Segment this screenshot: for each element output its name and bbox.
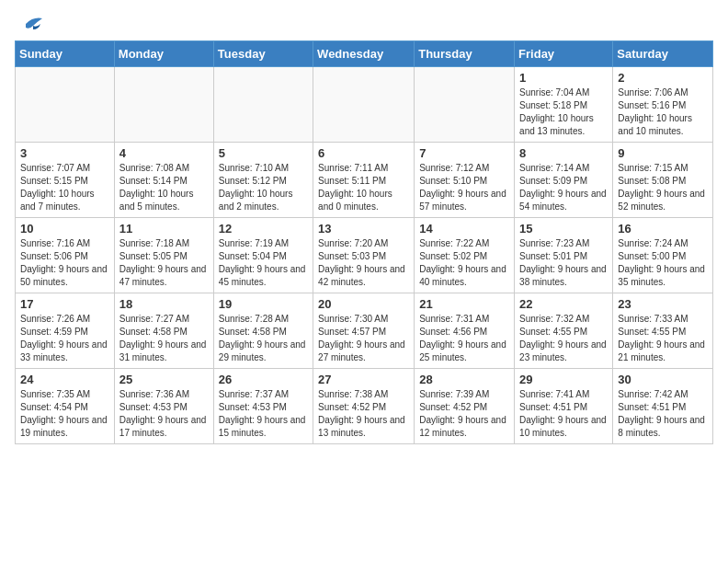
calendar-cell: 7Sunrise: 7:12 AM Sunset: 5:10 PM Daylig… xyxy=(415,143,515,218)
day-info: Sunrise: 7:28 AM Sunset: 4:58 PM Dayligh… xyxy=(219,313,308,364)
day-number: 16 xyxy=(618,222,708,236)
calendar-cell xyxy=(16,67,115,143)
day-number: 12 xyxy=(219,222,308,236)
calendar-cell: 11Sunrise: 7:18 AM Sunset: 5:05 PM Dayli… xyxy=(114,218,213,293)
day-info: Sunrise: 7:33 AM Sunset: 4:55 PM Dayligh… xyxy=(618,313,708,364)
day-info: Sunrise: 7:32 AM Sunset: 4:55 PM Dayligh… xyxy=(519,313,608,364)
calendar-cell: 16Sunrise: 7:24 AM Sunset: 5:00 PM Dayli… xyxy=(613,218,713,293)
calendar-cell: 20Sunrise: 7:30 AM Sunset: 4:57 PM Dayli… xyxy=(313,293,415,369)
day-number: 23 xyxy=(618,297,708,311)
calendar-cell: 23Sunrise: 7:33 AM Sunset: 4:55 PM Dayli… xyxy=(613,293,713,369)
calendar-cell: 1Sunrise: 7:04 AM Sunset: 5:18 PM Daylig… xyxy=(515,67,613,143)
calendar: SundayMondayTuesdayWednesdayThursdayFrid… xyxy=(15,40,713,444)
calendar-cell: 30Sunrise: 7:42 AM Sunset: 4:51 PM Dayli… xyxy=(613,369,713,444)
day-info: Sunrise: 7:18 AM Sunset: 5:05 PM Dayligh… xyxy=(119,237,209,289)
calendar-cell: 3Sunrise: 7:07 AM Sunset: 5:15 PM Daylig… xyxy=(16,143,115,218)
day-info: Sunrise: 7:31 AM Sunset: 4:56 PM Dayligh… xyxy=(419,313,509,364)
calendar-cell: 8Sunrise: 7:14 AM Sunset: 5:09 PM Daylig… xyxy=(515,143,613,218)
day-number: 19 xyxy=(219,297,308,311)
calendar-cell: 26Sunrise: 7:37 AM Sunset: 4:53 PM Dayli… xyxy=(213,369,313,444)
day-number: 4 xyxy=(119,146,209,160)
calendar-cell: 18Sunrise: 7:27 AM Sunset: 4:58 PM Dayli… xyxy=(114,293,213,369)
day-number: 25 xyxy=(119,373,209,386)
day-number: 21 xyxy=(419,297,509,311)
calendar-cell: 29Sunrise: 7:41 AM Sunset: 4:51 PM Dayli… xyxy=(515,369,613,444)
calendar-cell: 9Sunrise: 7:15 AM Sunset: 5:08 PM Daylig… xyxy=(613,143,713,218)
header xyxy=(15,15,713,33)
week-row-2: 3Sunrise: 7:07 AM Sunset: 5:15 PM Daylig… xyxy=(16,143,713,218)
day-info: Sunrise: 7:22 AM Sunset: 5:02 PM Dayligh… xyxy=(419,237,509,289)
week-row-5: 24Sunrise: 7:35 AM Sunset: 4:54 PM Dayli… xyxy=(16,369,713,444)
day-info: Sunrise: 7:35 AM Sunset: 4:54 PM Dayligh… xyxy=(20,388,109,440)
day-info: Sunrise: 7:24 AM Sunset: 5:00 PM Dayligh… xyxy=(618,237,708,289)
week-row-3: 10Sunrise: 7:16 AM Sunset: 5:06 PM Dayli… xyxy=(16,218,713,293)
calendar-cell: 10Sunrise: 7:16 AM Sunset: 5:06 PM Dayli… xyxy=(16,218,115,293)
weekday-saturday: Saturday xyxy=(613,41,713,67)
day-info: Sunrise: 7:15 AM Sunset: 5:08 PM Dayligh… xyxy=(618,162,708,213)
calendar-cell: 4Sunrise: 7:08 AM Sunset: 5:14 PM Daylig… xyxy=(114,143,213,218)
day-number: 11 xyxy=(119,222,209,236)
calendar-cell: 14Sunrise: 7:22 AM Sunset: 5:02 PM Dayli… xyxy=(415,218,515,293)
calendar-cell xyxy=(415,67,515,143)
day-number: 9 xyxy=(618,146,708,160)
day-number: 5 xyxy=(219,146,308,160)
day-number: 13 xyxy=(318,222,409,236)
calendar-cell: 28Sunrise: 7:39 AM Sunset: 4:52 PM Dayli… xyxy=(415,369,515,444)
calendar-cell: 15Sunrise: 7:23 AM Sunset: 5:01 PM Dayli… xyxy=(515,218,613,293)
calendar-cell: 13Sunrise: 7:20 AM Sunset: 5:03 PM Dayli… xyxy=(313,218,415,293)
day-info: Sunrise: 7:07 AM Sunset: 5:15 PM Dayligh… xyxy=(20,162,109,213)
day-info: Sunrise: 7:42 AM Sunset: 4:51 PM Dayligh… xyxy=(618,388,708,440)
day-number: 28 xyxy=(419,373,509,386)
calendar-cell: 22Sunrise: 7:32 AM Sunset: 4:55 PM Dayli… xyxy=(515,293,613,369)
calendar-cell: 25Sunrise: 7:36 AM Sunset: 4:53 PM Dayli… xyxy=(114,369,213,444)
day-info: Sunrise: 7:14 AM Sunset: 5:09 PM Dayligh… xyxy=(519,162,608,213)
week-row-1: 1Sunrise: 7:04 AM Sunset: 5:18 PM Daylig… xyxy=(16,67,713,143)
day-info: Sunrise: 7:39 AM Sunset: 4:52 PM Dayligh… xyxy=(419,388,509,440)
day-info: Sunrise: 7:23 AM Sunset: 5:01 PM Dayligh… xyxy=(519,237,608,289)
calendar-cell: 27Sunrise: 7:38 AM Sunset: 4:52 PM Dayli… xyxy=(313,369,415,444)
calendar-cell xyxy=(213,67,313,143)
day-info: Sunrise: 7:19 AM Sunset: 5:04 PM Dayligh… xyxy=(219,237,308,289)
calendar-body: 1Sunrise: 7:04 AM Sunset: 5:18 PM Daylig… xyxy=(16,67,713,444)
day-number: 14 xyxy=(419,222,509,236)
weekday-monday: Monday xyxy=(114,41,213,67)
calendar-cell: 2Sunrise: 7:06 AM Sunset: 5:16 PM Daylig… xyxy=(613,67,713,143)
day-number: 22 xyxy=(519,297,608,311)
logo xyxy=(15,15,44,33)
calendar-cell: 12Sunrise: 7:19 AM Sunset: 5:04 PM Dayli… xyxy=(213,218,313,293)
weekday-header: SundayMondayTuesdayWednesdayThursdayFrid… xyxy=(16,41,713,67)
day-number: 8 xyxy=(519,146,608,160)
calendar-cell: 21Sunrise: 7:31 AM Sunset: 4:56 PM Dayli… xyxy=(415,293,515,369)
calendar-cell: 6Sunrise: 7:11 AM Sunset: 5:11 PM Daylig… xyxy=(313,143,415,218)
day-info: Sunrise: 7:08 AM Sunset: 5:14 PM Dayligh… xyxy=(119,162,209,213)
day-info: Sunrise: 7:38 AM Sunset: 4:52 PM Dayligh… xyxy=(318,388,409,440)
day-number: 29 xyxy=(519,373,608,386)
day-number: 2 xyxy=(618,71,708,85)
day-info: Sunrise: 7:37 AM Sunset: 4:53 PM Dayligh… xyxy=(219,388,308,440)
day-number: 10 xyxy=(20,222,109,236)
day-number: 7 xyxy=(419,146,509,160)
weekday-thursday: Thursday xyxy=(415,41,515,67)
day-number: 24 xyxy=(20,373,109,386)
title-area xyxy=(44,15,713,17)
weekday-sunday: Sunday xyxy=(16,41,115,67)
day-number: 3 xyxy=(20,146,109,160)
day-info: Sunrise: 7:04 AM Sunset: 5:18 PM Dayligh… xyxy=(519,86,608,138)
logo-bird-icon xyxy=(17,15,44,33)
day-number: 27 xyxy=(318,373,409,386)
calendar-cell xyxy=(313,67,415,143)
day-info: Sunrise: 7:20 AM Sunset: 5:03 PM Dayligh… xyxy=(318,237,409,289)
day-info: Sunrise: 7:26 AM Sunset: 4:59 PM Dayligh… xyxy=(20,313,109,364)
day-number: 1 xyxy=(519,71,608,85)
week-row-4: 17Sunrise: 7:26 AM Sunset: 4:59 PM Dayli… xyxy=(16,293,713,369)
day-info: Sunrise: 7:30 AM Sunset: 4:57 PM Dayligh… xyxy=(318,313,409,364)
day-info: Sunrise: 7:16 AM Sunset: 5:06 PM Dayligh… xyxy=(20,237,109,289)
calendar-cell: 17Sunrise: 7:26 AM Sunset: 4:59 PM Dayli… xyxy=(16,293,115,369)
day-info: Sunrise: 7:36 AM Sunset: 4:53 PM Dayligh… xyxy=(119,388,209,440)
day-info: Sunrise: 7:27 AM Sunset: 4:58 PM Dayligh… xyxy=(119,313,209,364)
day-info: Sunrise: 7:11 AM Sunset: 5:11 PM Dayligh… xyxy=(318,162,409,213)
day-number: 26 xyxy=(219,373,308,386)
day-number: 20 xyxy=(318,297,409,311)
weekday-friday: Friday xyxy=(515,41,613,67)
day-number: 18 xyxy=(119,297,209,311)
